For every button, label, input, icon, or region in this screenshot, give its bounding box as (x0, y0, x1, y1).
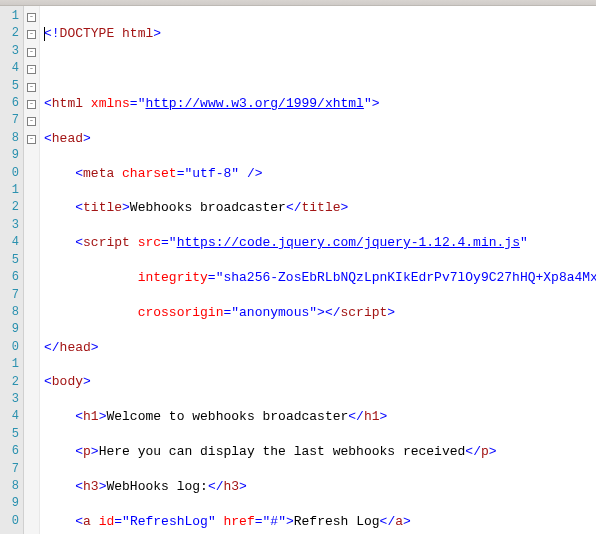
fold-toggle-icon[interactable]: - (27, 117, 36, 126)
line-number: 2 (0, 199, 19, 216)
line-number: 1 (0, 182, 19, 199)
line-number: 1 (0, 356, 19, 373)
line-number: 6 (0, 269, 19, 286)
line-number: 7 (0, 287, 19, 304)
line-number: 0 (0, 339, 19, 356)
fold-cell: - (24, 78, 39, 95)
line-number: 0 (0, 165, 19, 182)
code-editor: 123456789012345678901234567890 -------- … (0, 6, 596, 534)
line-number-gutter: 123456789012345678901234567890 (0, 6, 24, 534)
fold-toggle-icon[interactable]: - (27, 83, 36, 92)
line-number: 5 (0, 426, 19, 443)
line-number: 7 (0, 112, 19, 129)
fold-cell: - (24, 112, 39, 129)
line-number: 3 (0, 217, 19, 234)
line-number: 8 (0, 478, 19, 495)
fold-toggle-icon[interactable]: - (27, 48, 36, 57)
line-number: 8 (0, 130, 19, 147)
line-number: 4 (0, 234, 19, 251)
fold-cell: - (24, 43, 39, 60)
line-number: 6 (0, 443, 19, 460)
fold-toggle-icon[interactable]: - (27, 13, 36, 22)
line-number: 1 (0, 8, 19, 25)
line-number: 9 (0, 495, 19, 512)
line-number: 6 (0, 95, 19, 112)
line-number: 7 (0, 461, 19, 478)
line-number: 5 (0, 252, 19, 269)
code-area[interactable]: <!DOCTYPE html> <html xmlns="http://www.… (40, 6, 596, 534)
line-number: 3 (0, 43, 19, 60)
line-number: 2 (0, 374, 19, 391)
line-number: 3 (0, 391, 19, 408)
line-number: 0 (0, 513, 19, 530)
line-number: 4 (0, 408, 19, 425)
fold-cell: - (24, 60, 39, 77)
fold-cell: - (24, 25, 39, 42)
fold-gutter: -------- (24, 6, 40, 534)
line-number: 5 (0, 78, 19, 95)
fold-toggle-icon[interactable]: - (27, 135, 36, 144)
fold-cell: - (24, 8, 39, 25)
fold-cell: - (24, 95, 39, 112)
fold-cell: - (24, 130, 39, 147)
line-number: 9 (0, 147, 19, 164)
line-number: 8 (0, 304, 19, 321)
line-number: 2 (0, 25, 19, 42)
fold-toggle-icon[interactable]: - (27, 30, 36, 39)
line-number: 4 (0, 60, 19, 77)
fold-toggle-icon[interactable]: - (27, 100, 36, 109)
fold-toggle-icon[interactable]: - (27, 65, 36, 74)
line-number: 9 (0, 321, 19, 338)
